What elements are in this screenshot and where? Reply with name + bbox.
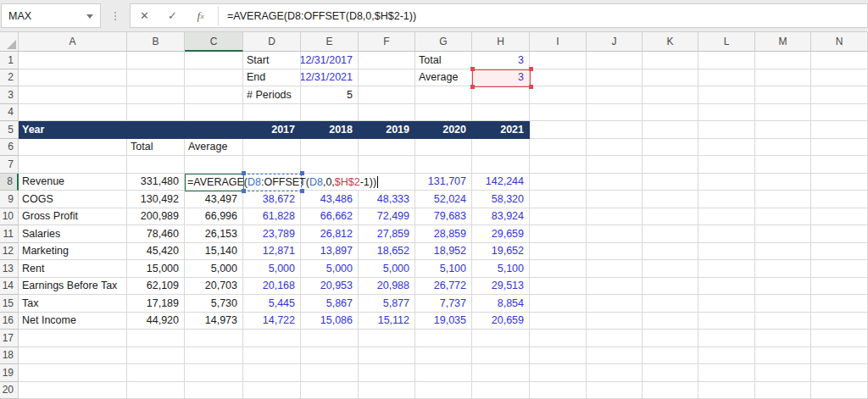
cell-H13[interactable]: 5,100 [472, 260, 530, 278]
cell-E9[interactable]: 43,486 [301, 191, 359, 208]
cell-J8[interactable] [587, 174, 643, 191]
cell-K17[interactable] [643, 330, 698, 347]
cell-I10[interactable] [530, 208, 587, 226]
cell-A20[interactable] [19, 382, 127, 399]
cell-A1[interactable] [19, 52, 127, 69]
row-header-1[interactable]: 1 [0, 52, 19, 69]
cell-J4[interactable] [587, 104, 643, 122]
cell-G2[interactable]: Average [415, 69, 472, 87]
cell-D3[interactable]: # Periods [243, 86, 301, 104]
cell-K16[interactable] [643, 313, 698, 330]
cell-N14[interactable] [811, 278, 868, 296]
cell-N2[interactable] [811, 69, 868, 87]
cell-H16[interactable]: 20,659 [472, 313, 530, 330]
in-cell-formula-editor[interactable]: =AVERAGE(D8:OFFSET(D8,0,$H$2-1)) [187, 175, 399, 190]
cell-M9[interactable] [755, 191, 811, 208]
cell-F12[interactable]: 18,652 [359, 243, 415, 261]
cell-L19[interactable] [698, 364, 755, 382]
row-header-9[interactable]: 9 [0, 191, 19, 208]
column-header-H[interactable]: H [472, 32, 530, 52]
column-header-J[interactable]: J [587, 32, 643, 52]
cell-H19[interactable] [472, 364, 530, 382]
cell-C4[interactable] [185, 104, 243, 122]
cell-B18[interactable] [127, 347, 185, 365]
cell-G3[interactable] [415, 86, 472, 104]
column-header-M[interactable]: M [755, 32, 811, 52]
cell-K10[interactable] [643, 208, 698, 226]
cell-H20[interactable] [472, 382, 530, 399]
cell-L18[interactable] [698, 347, 755, 365]
cell-F17[interactable] [359, 330, 415, 347]
cell-K13[interactable] [643, 260, 698, 278]
cell-K15[interactable] [643, 295, 698, 313]
cell-M5[interactable] [755, 121, 811, 139]
cell-K8[interactable] [643, 174, 698, 191]
cell-M12[interactable] [755, 243, 811, 261]
cell-D9[interactable]: 38,672 [243, 191, 301, 208]
cell-B10[interactable]: 200,989 [127, 208, 185, 226]
cell-L10[interactable] [698, 208, 755, 226]
cell-G13[interactable]: 5,100 [415, 260, 472, 278]
cell-L20[interactable] [698, 382, 755, 399]
cell-C12[interactable]: 15,140 [185, 243, 243, 261]
cell-N15[interactable] [811, 295, 868, 313]
column-header-E[interactable]: E [301, 32, 359, 52]
cell-L15[interactable] [698, 295, 755, 313]
cell-E12[interactable]: 13,897 [301, 243, 359, 261]
cell-B19[interactable] [127, 364, 185, 382]
cell-C6[interactable]: Average [185, 139, 243, 157]
cell-H11[interactable]: 29,659 [472, 225, 530, 243]
cell-A19[interactable] [19, 364, 127, 382]
cell-L3[interactable] [698, 86, 755, 104]
cell-N10[interactable] [811, 208, 868, 226]
cell-J13[interactable] [587, 260, 643, 278]
cell-G16[interactable]: 19,035 [415, 313, 472, 330]
cell-J14[interactable] [587, 278, 643, 296]
cell-J6[interactable] [587, 139, 643, 157]
cell-E16[interactable]: 15,086 [301, 313, 359, 330]
cell-I1[interactable] [530, 52, 587, 69]
cell-M18[interactable] [755, 347, 811, 365]
cell-M2[interactable] [755, 69, 811, 87]
cell-E19[interactable] [301, 364, 359, 382]
cell-K11[interactable] [643, 225, 698, 243]
cell-B7[interactable] [127, 156, 185, 174]
cell-N19[interactable] [811, 364, 868, 382]
cell-B3[interactable] [127, 86, 185, 104]
cell-H6[interactable] [472, 139, 530, 157]
cell-M8[interactable] [755, 174, 811, 191]
cell-G10[interactable]: 79,683 [415, 208, 472, 226]
cell-D12[interactable]: 12,871 [243, 243, 301, 261]
cell-M10[interactable] [755, 208, 811, 226]
row-header-13[interactable]: 13 [0, 260, 19, 278]
cell-B8[interactable]: 331,480 [127, 174, 185, 191]
cell-L1[interactable] [698, 52, 755, 69]
cell-L7[interactable] [698, 156, 755, 174]
row-header-5[interactable]: 5 [0, 121, 19, 139]
cell-B9[interactable]: 130,492 [127, 191, 185, 208]
column-header-N[interactable]: N [811, 32, 868, 52]
cell-H15[interactable]: 8,854 [472, 295, 530, 313]
cell-G14[interactable]: 26,772 [415, 278, 472, 296]
cell-D18[interactable] [243, 347, 301, 365]
cell-G17[interactable] [415, 330, 472, 347]
cell-E14[interactable]: 20,953 [301, 278, 359, 296]
cell-F14[interactable]: 20,988 [359, 278, 415, 296]
row-header-4[interactable]: 4 [0, 104, 19, 122]
insert-function-icon[interactable]: fx [186, 4, 214, 27]
column-header-C[interactable]: C [185, 32, 243, 52]
cell-M7[interactable] [755, 156, 811, 174]
cell-L12[interactable] [698, 243, 755, 261]
row-header-11[interactable]: 11 [0, 225, 19, 243]
cell-D7[interactable] [243, 156, 301, 174]
cell-B16[interactable]: 44,920 [127, 313, 185, 330]
column-header-I[interactable]: I [530, 32, 587, 52]
cell-C7[interactable] [185, 156, 243, 174]
cell-A17[interactable] [19, 330, 127, 347]
cell-F15[interactable]: 5,877 [359, 295, 415, 313]
cell-B4[interactable] [127, 104, 185, 122]
cell-E1[interactable]: 12/31/2017 [301, 52, 359, 69]
cell-B13[interactable]: 15,000 [127, 260, 185, 278]
cell-K3[interactable] [643, 86, 698, 104]
row-header-10[interactable]: 10 [0, 208, 19, 226]
